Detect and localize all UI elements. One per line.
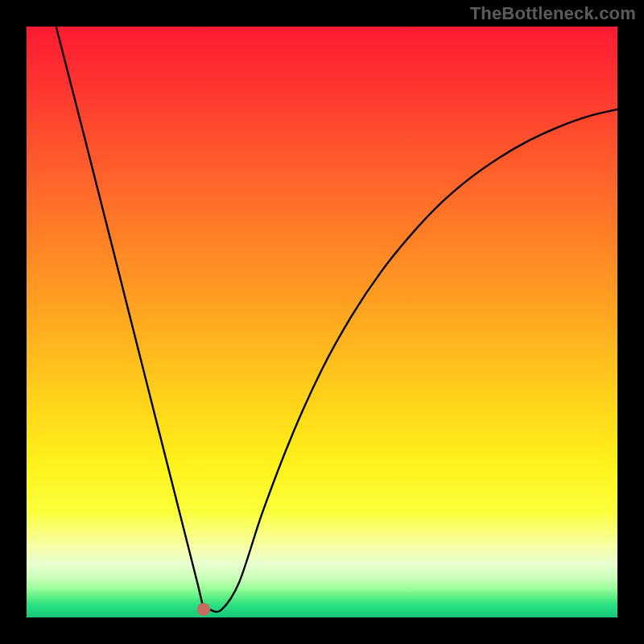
chart-frame: TheBottleneck.com xyxy=(0,0,644,644)
curve-svg xyxy=(27,27,617,617)
minimum-marker xyxy=(197,603,210,616)
plot-area xyxy=(27,27,617,617)
watermark-text: TheBottleneck.com xyxy=(470,3,636,24)
bottleneck-curve xyxy=(56,27,617,612)
